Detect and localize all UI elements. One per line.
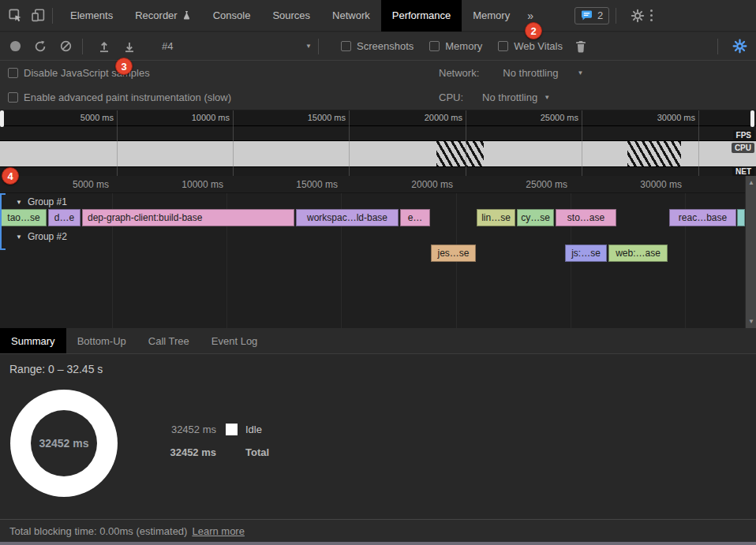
overview-tick-label: 15000 ms xyxy=(267,113,346,122)
divider xyxy=(318,39,319,54)
overview-left-handle[interactable] xyxy=(0,110,4,127)
tab-network[interactable]: Network xyxy=(321,0,381,32)
flame-bar[interactable]: cy…se xyxy=(517,209,554,226)
flame-tick-label: 5000 ms xyxy=(30,179,109,190)
flame-scrollbar[interactable]: ▲ ▼ xyxy=(745,176,756,328)
issues-count: 2 xyxy=(597,9,603,21)
cpu-lane xyxy=(0,140,756,166)
flask-icon xyxy=(182,10,191,21)
overview-gridline xyxy=(466,110,466,176)
tab-sources[interactable]: Sources xyxy=(261,0,321,32)
flame-tick-label: 30000 ms xyxy=(603,179,682,190)
flame-bar[interactable]: lin…se xyxy=(477,209,515,226)
overview-gridline xyxy=(349,110,350,176)
status-footer: Total blocking time: 0.00ms (estimated) … xyxy=(0,519,756,542)
overview-right-handle[interactable] xyxy=(750,110,754,127)
flame-bar[interactable]: dep-graph-client:build-base xyxy=(82,209,294,226)
flame-tick-label: 20000 ms xyxy=(374,179,453,190)
divider xyxy=(82,39,83,54)
checkbox-box xyxy=(8,92,18,103)
donut-total-label: 32452 ms xyxy=(39,437,88,450)
checkbox-box xyxy=(429,41,440,51)
web-vitals-checkbox[interactable]: Web Vitals xyxy=(498,40,563,52)
overview-tick-label: 5000 ms xyxy=(35,113,114,122)
chevron-down-icon: ▼ xyxy=(16,233,22,241)
cpu-busy-hatch xyxy=(627,141,681,167)
flame-bar[interactable]: reac…base xyxy=(669,209,736,226)
divider xyxy=(52,8,53,24)
net-lane xyxy=(0,166,756,176)
overview-tick-label: 30000 ms xyxy=(616,113,695,122)
inspect-element-icon[interactable] xyxy=(7,8,23,24)
capture-settings-gear-icon[interactable] xyxy=(729,36,750,57)
kebab-menu-icon[interactable] xyxy=(646,9,657,21)
tab-call-tree[interactable]: Call Tree xyxy=(137,328,200,353)
chat-bubble-icon xyxy=(581,10,593,21)
scroll-up-icon[interactable]: ▲ xyxy=(746,179,756,186)
session-history-select[interactable]: #4 ▼ xyxy=(162,40,312,52)
overview-gridline xyxy=(582,110,582,176)
record-button[interactable] xyxy=(5,36,25,57)
screenshots-checkbox[interactable]: Screenshots xyxy=(341,40,414,52)
annotation-badge: 3 xyxy=(115,58,133,75)
flame-tick-label: 25000 ms xyxy=(488,179,567,190)
tab-bottom-up[interactable]: Bottom-Up xyxy=(66,328,137,353)
flame-bar[interactable]: web:…ase xyxy=(608,245,668,262)
tab-summary[interactable]: Summary xyxy=(0,328,66,353)
flame-tick-label: 10000 ms xyxy=(144,179,223,190)
overview-gridline xyxy=(698,110,699,176)
divider xyxy=(616,8,616,24)
tab-recorder[interactable]: Recorder xyxy=(124,0,201,32)
save-profile-button[interactable] xyxy=(119,36,140,57)
checkbox-box xyxy=(341,41,351,51)
group-1-header[interactable]: ▼ Group #1 xyxy=(0,195,745,209)
cpu-busy-hatch xyxy=(436,141,484,167)
flame-chart-canvas[interactable]: 5000 ms10000 ms15000 ms20000 ms25000 ms3… xyxy=(0,176,745,328)
advanced-paint-checkbox[interactable]: Enable advanced paint instrumentation (s… xyxy=(8,91,231,103)
flame-bar[interactable]: d…e xyxy=(48,209,80,226)
flame-bar[interactable]: e… xyxy=(400,209,430,226)
flame-bar[interactable]: workspac…ld-base xyxy=(296,209,399,226)
tab-performance[interactable]: Performance xyxy=(381,0,462,32)
clear-button[interactable] xyxy=(55,36,76,57)
tab-elements[interactable]: Elements xyxy=(59,0,124,32)
scroll-down-icon[interactable]: ▼ xyxy=(746,318,756,325)
memory-checkbox[interactable]: Memory xyxy=(429,40,482,52)
flame-bar[interactable]: tao…se xyxy=(1,209,47,226)
chevron-down-icon: ▼ xyxy=(305,43,312,50)
load-profile-button[interactable] xyxy=(94,36,114,57)
issues-counter-button[interactable]: 2 xyxy=(574,7,609,24)
more-tabs-button[interactable]: » xyxy=(521,9,540,22)
time-breakdown-donut: 32452 ms xyxy=(10,390,118,497)
reload-and-record-button[interactable] xyxy=(30,36,51,57)
overview-tick-label: 25000 ms xyxy=(500,113,578,122)
flame-tick-label: 15000 ms xyxy=(259,179,338,190)
divider xyxy=(717,39,718,54)
trash-icon[interactable] xyxy=(571,36,591,57)
settings-gear-icon[interactable] xyxy=(630,8,646,24)
cpu-throttling-select[interactable]: CPU: No throttling ▼ xyxy=(439,91,550,103)
overview-tick-label: 20000 ms xyxy=(384,113,462,122)
fps-lane-label: FPS xyxy=(733,130,754,140)
tab-console[interactable]: Console xyxy=(202,0,262,32)
devtools-tabbar: Elements Recorder Console Sources Networ… xyxy=(0,0,756,32)
track-selection-bracket xyxy=(0,193,6,250)
flame-bar[interactable]: js:…se xyxy=(565,245,607,262)
network-throttling-select[interactable]: Network: No throttling ▼ xyxy=(439,67,583,79)
idle-swatch xyxy=(226,424,238,435)
tab-event-log[interactable]: Event Log xyxy=(200,328,269,353)
total-blocking-time-text: Total blocking time: 0.00ms (estimated) xyxy=(9,525,187,537)
device-toolbar-icon[interactable] xyxy=(30,8,46,24)
flame-bar[interactable]: jes…se xyxy=(431,245,476,262)
devtools-window: Elements Recorder Console Sources Networ… xyxy=(0,0,756,545)
overview-gridline xyxy=(117,110,118,176)
flame-ruler: 5000 ms10000 ms15000 ms20000 ms25000 ms3… xyxy=(0,176,745,193)
group-2-header[interactable]: ▼ Group #2 xyxy=(0,230,745,244)
flame-chart-panel: 5000 ms10000 ms15000 ms20000 ms25000 ms3… xyxy=(0,176,756,328)
tab-memory[interactable]: Memory xyxy=(462,0,521,32)
flame-bar[interactable]: sto…ase xyxy=(556,209,616,226)
timeline-overview[interactable]: 5000 ms10000 ms15000 ms20000 ms25000 ms3… xyxy=(0,110,756,176)
flame-bar[interactable] xyxy=(737,209,745,226)
learn-more-link[interactable]: Learn more xyxy=(192,525,244,537)
checkbox-box xyxy=(8,68,18,78)
